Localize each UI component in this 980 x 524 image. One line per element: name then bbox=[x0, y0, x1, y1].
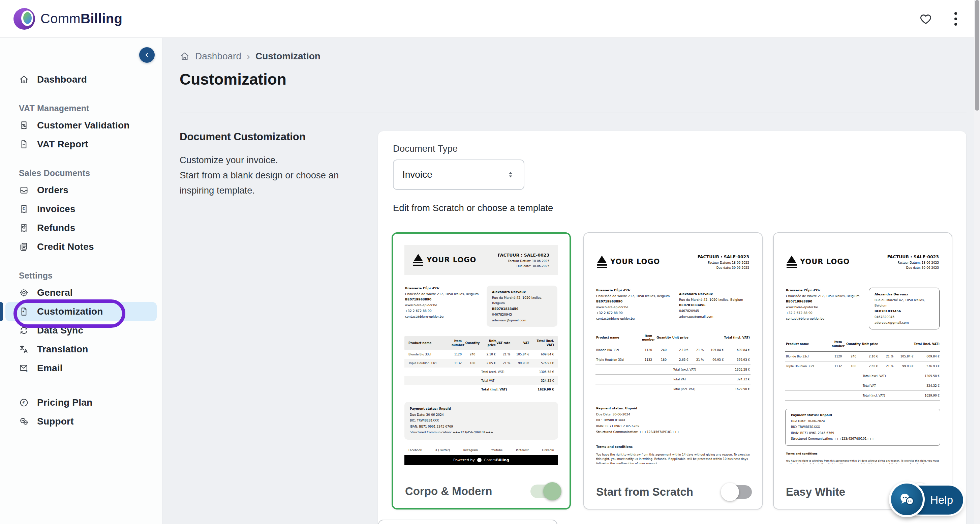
seller-line: contact@biere-epidor.be bbox=[786, 316, 859, 322]
sidebar-item-support[interactable]: Support bbox=[5, 412, 157, 431]
invoice-parties: Brasserie L’Épi d’OrChaussée de Wavre 21… bbox=[595, 288, 751, 323]
seller-line: Brasserie L’Épi d’Or bbox=[405, 286, 479, 291]
sidebar-item-credit-notes[interactable]: Credit Notes bbox=[5, 237, 157, 256]
column-header: Total (incl. VAT) bbox=[724, 336, 750, 339]
totals-label: Total (incl. VAT) bbox=[673, 387, 724, 391]
table-cell: 21 % bbox=[496, 362, 510, 365]
topbar: CommBilling bbox=[0, 0, 980, 38]
your-logo-mark-icon bbox=[597, 256, 607, 268]
table-cell: 21 % bbox=[878, 365, 894, 368]
invoice-table-body: Blonde Bio 33cl11202402.10 €21 %105.84 €… bbox=[785, 352, 940, 371]
totals-row: Total (incl. VAT)1629.90 € bbox=[785, 391, 940, 401]
receipt-percent-icon bbox=[19, 120, 29, 131]
invoice-parties: Brasserie L’Épi d’OrChaussée de Wavre 21… bbox=[785, 288, 940, 330]
breadcrumb-current: Customization bbox=[255, 51, 320, 62]
help-chat-icon[interactable] bbox=[889, 481, 925, 517]
totals-value: 324.32 € bbox=[530, 379, 554, 382]
payment-status: Payment status: Unpaid bbox=[791, 413, 934, 419]
social-instagram: Instagram bbox=[463, 449, 478, 452]
payment-status: Payment status: Unpaid bbox=[410, 406, 553, 412]
social-x-twitter: X (Twitter) bbox=[435, 449, 450, 452]
sidebar-item-dashboard[interactable]: Dashboard bbox=[5, 70, 157, 89]
template-card-start-from-scratch[interactable]: YOUR LOGOFACTUUR : SALE-0023Factuur Datu… bbox=[583, 233, 763, 510]
scrollbar-thumb[interactable] bbox=[975, 0, 979, 111]
table-cell: 2.65 € bbox=[861, 365, 878, 368]
payment-line: IBAN: BE71 0961 2345 6769 bbox=[596, 424, 750, 430]
column-header: VAT bbox=[510, 341, 529, 345]
document-type-select[interactable]: Invoice bbox=[393, 159, 524, 190]
scrollbar[interactable] bbox=[974, 0, 980, 524]
sidebar-section: Dashboard bbox=[5, 70, 157, 89]
buyer-line: adervaux@gmail.com bbox=[492, 318, 552, 323]
column-header: Item number bbox=[641, 334, 656, 342]
svg-text:€: € bbox=[22, 400, 25, 405]
sidebar-item-refunds[interactable]: Refunds bbox=[5, 218, 157, 237]
brand: CommBilling bbox=[13, 8, 123, 30]
invoice-buyer: Alexandra DervauxRue du Marché 42, 1050 … bbox=[487, 286, 557, 327]
sidebar-item-vat-report[interactable]: VAT Report bbox=[5, 135, 157, 154]
seller-line: Chaussée de Wavre 217, 1050 Ixelles, Bel… bbox=[596, 293, 670, 299]
breadcrumb: Dashboard › Customization bbox=[180, 51, 320, 62]
invoice-doc-meta: FACTUUR : SALE-0023Factuur Datum: 18-06-… bbox=[498, 253, 549, 268]
sidebar-item-invoices[interactable]: €Invoices bbox=[5, 200, 157, 218]
invoice-logo: YOUR LOGO bbox=[413, 254, 476, 266]
sidebar-item-customization[interactable]: *Customization bbox=[5, 302, 157, 321]
sidebar-item-email[interactable]: *Email bbox=[5, 359, 157, 377]
intro-heading: Document Customization bbox=[180, 131, 375, 143]
template-toggle[interactable] bbox=[723, 485, 752, 499]
buyer-line: Alexandra Dervaux bbox=[679, 291, 750, 297]
column-header: Unit price bbox=[861, 342, 878, 346]
sidebar-section: Sales DocumentsOrders€InvoicesRefundsCre… bbox=[5, 165, 157, 256]
sidebar-collapse-button[interactable] bbox=[139, 47, 155, 63]
totals-row: Total VAT324.32 € bbox=[404, 376, 558, 385]
sidebar-item-pricing-plan[interactable]: €Pricing Plan bbox=[5, 393, 157, 412]
gear-icon bbox=[19, 288, 29, 298]
breadcrumb-dashboard-link[interactable]: Dashboard bbox=[195, 51, 241, 62]
sidebar-item-label: Customization bbox=[37, 306, 103, 317]
kebab-menu-icon[interactable] bbox=[954, 12, 958, 26]
sidebar-item-orders[interactable]: Orders bbox=[5, 181, 157, 200]
totals-row: Total (incl. VAT)1629.90 € bbox=[404, 385, 558, 394]
sidebar-item-customer-validation[interactable]: Customer Validation bbox=[5, 116, 157, 135]
payment-line: BIC: TRWIBEB1XXX bbox=[791, 424, 934, 430]
invoice-buyer: Alexandra DervauxRue du Marché 42, 1050 … bbox=[679, 288, 750, 323]
svg-text:*: * bbox=[22, 310, 25, 315]
table-cell: 576.93 € bbox=[530, 362, 554, 365]
document-type-label: Document Type bbox=[393, 143, 458, 154]
table-cell: Blonde Bio 33cl bbox=[409, 353, 450, 356]
sidebar-item-general[interactable]: General bbox=[5, 283, 157, 302]
buyer-line: BE0701833456 bbox=[492, 306, 552, 312]
table-row: Blonde Bio 33cl11202402.10 €21 %105.84 €… bbox=[404, 350, 558, 359]
sidebar-item-translation[interactable]: Translation bbox=[5, 340, 157, 359]
column-header: Product name bbox=[786, 342, 830, 346]
invoice-table: Product nameItem numberQuantityUnit pric… bbox=[595, 333, 751, 395]
svg-text:*: * bbox=[26, 370, 28, 373]
seller-line: BE0719963890 bbox=[596, 299, 670, 304]
invoice-logo-text: YOUR LOGO bbox=[426, 256, 476, 264]
invoice-doc-date: Factuur Datum: 18-06-2025 bbox=[698, 261, 749, 264]
payment-line: IBAN: BE71 0961 2345 6769 bbox=[791, 430, 934, 436]
template-card-easy-white[interactable]: YOUR LOGOFACTUUR : SALE-0023Factuur Datu… bbox=[773, 233, 952, 510]
invoice-doc-title: FACTUUR : SALE-0023 bbox=[498, 253, 549, 258]
invoice-payment-info: Payment status: UnpaidDue Date: 30-06-20… bbox=[785, 409, 940, 446]
invoice-table-header: Product nameItem numberQuantityUnit pric… bbox=[595, 333, 751, 346]
heart-icon[interactable] bbox=[919, 12, 933, 26]
sidebar-item-label: Data Sync bbox=[37, 325, 83, 336]
table-cell: 21 % bbox=[496, 353, 510, 356]
template-card-corpo-modern[interactable]: YOUR LOGOFACTUUR : SALE-0023Factuur Datu… bbox=[391, 233, 571, 510]
totals-label: Total (incl. VAT) bbox=[481, 388, 530, 391]
invoice-logo: YOUR LOGO bbox=[787, 256, 850, 268]
template-toggle[interactable] bbox=[530, 484, 559, 498]
table-cell: 576.93 € bbox=[724, 358, 750, 362]
table-cell: 576.93 € bbox=[913, 365, 940, 368]
payment-line: Structured Communication: +++123/4567/89… bbox=[596, 429, 750, 435]
seller-line: Brasserie L’Épi d’Or bbox=[596, 288, 670, 293]
buyer-line: 0467820945 bbox=[679, 308, 750, 314]
seller-line: www.biere-epidor.be bbox=[405, 303, 479, 308]
sidebar-item-data-sync[interactable]: Data Sync bbox=[5, 321, 157, 340]
table-cell: 1120 bbox=[830, 355, 846, 358]
receipt-refund-icon bbox=[19, 223, 29, 233]
orders-icon bbox=[19, 185, 29, 195]
table-cell: 21 % bbox=[689, 358, 704, 362]
seller-line: BE0719963890 bbox=[786, 299, 859, 304]
